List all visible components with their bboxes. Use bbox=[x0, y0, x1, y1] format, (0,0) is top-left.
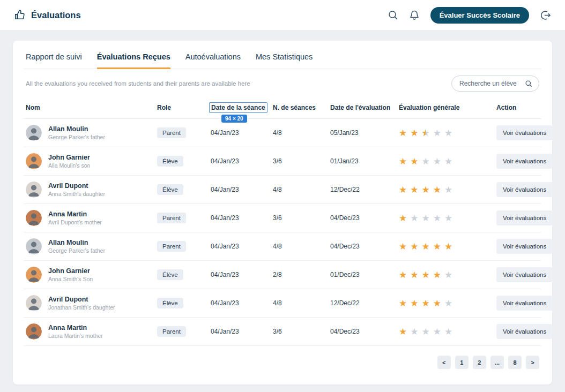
person-name: Avril Dupont bbox=[48, 296, 115, 303]
avatar bbox=[26, 125, 42, 141]
view-evaluations-button[interactable]: Voir évaluations bbox=[496, 154, 553, 169]
person-relation: Laura Martin's mother bbox=[48, 333, 103, 339]
session-date: 04/Jan/23 bbox=[211, 299, 273, 307]
star-icon: ★ bbox=[410, 214, 418, 223]
view-evaluations-button[interactable]: Voir évaluations bbox=[496, 239, 553, 254]
star-icon: ★ bbox=[399, 327, 407, 336]
evaluation-date: 04/Dec/23 bbox=[330, 328, 399, 335]
tab-evaluations-recues[interactable]: Évaluations Reçues bbox=[97, 52, 170, 69]
star-icon: ★ bbox=[410, 157, 418, 166]
person-relation: Avril Dupont's mother bbox=[48, 219, 102, 225]
role-badge: Parent bbox=[157, 326, 186, 337]
student-cell: Allan MoulinGeorge Parker's father bbox=[26, 238, 157, 254]
person-relation: Anna Smith's daughter bbox=[48, 191, 105, 197]
star-icon: ★ bbox=[433, 129, 441, 138]
student-cell: Avril DupontAnna Smith's daughter bbox=[26, 182, 157, 198]
star-icon: ★ bbox=[433, 214, 441, 223]
role-badge: Élève bbox=[157, 184, 183, 195]
person-relation: George Parker's father bbox=[48, 247, 105, 254]
star-icon: ★ bbox=[422, 327, 430, 336]
pagination-page-1[interactable]: 1 bbox=[455, 356, 469, 369]
student-cell: Anna MartinLaura Martin's mother bbox=[26, 323, 157, 340]
person-relation: Jonathan Smith's daughter bbox=[48, 304, 115, 311]
view-evaluations-button[interactable]: Voir évaluations bbox=[496, 267, 553, 282]
person-name: Anna Martin bbox=[48, 324, 103, 331]
evaluation-date: 12/Dec/22 bbox=[330, 299, 399, 307]
star-icon: ★ bbox=[444, 270, 452, 280]
role-badge: Élève bbox=[157, 269, 183, 280]
view-evaluations-button[interactable]: Voir évaluations bbox=[496, 182, 553, 197]
logout-icon[interactable] bbox=[540, 10, 551, 21]
bell-icon[interactable] bbox=[409, 10, 420, 20]
student-search-input[interactable] bbox=[458, 79, 521, 88]
pagination-next[interactable]: > bbox=[526, 356, 539, 369]
column-header-nom: Nom bbox=[26, 104, 157, 111]
star-icon: ★ bbox=[410, 185, 418, 194]
avatar bbox=[26, 238, 42, 254]
page-title: Évaluations bbox=[31, 10, 81, 20]
column-header-date-evaluation: Date de l'évaluation bbox=[330, 104, 399, 111]
evaluation-date: 01/Dec/23 bbox=[330, 271, 399, 278]
star-icon: ★ bbox=[422, 270, 430, 280]
column-header-n-seances: N. de séances bbox=[273, 104, 330, 111]
pagination-prev[interactable]: < bbox=[437, 356, 451, 369]
table-row: Avril DupontAnna Smith's daughterÉlève04… bbox=[24, 176, 541, 204]
person-name: Allan Moulin bbox=[48, 125, 105, 133]
evaluation-date: 04/Dec/23 bbox=[330, 243, 399, 250]
topbar: Évaluations Évaluer Succès Scolaire bbox=[0, 0, 565, 30]
table-header: Nom Role Date de la séance 94 × 20 N. de… bbox=[24, 99, 541, 119]
star-icon: ★ bbox=[444, 129, 452, 138]
view-evaluations-button[interactable]: Voir évaluations bbox=[496, 324, 553, 339]
column-header-action: Action bbox=[496, 104, 539, 111]
star-icon: ★ bbox=[422, 185, 430, 194]
info-row: All the evaluations you received from st… bbox=[24, 69, 541, 99]
star-icon: ★ bbox=[399, 157, 407, 166]
table-body: Allan MoulinGeorge Parker's fatherParent… bbox=[24, 119, 541, 346]
evaluate-success-button[interactable]: Évaluer Succès Scolaire bbox=[430, 7, 529, 24]
search-icon bbox=[525, 80, 532, 87]
view-evaluations-button[interactable]: Voir évaluations bbox=[496, 125, 553, 140]
student-search-box[interactable] bbox=[451, 76, 539, 92]
tab-rapport-de-suivi[interactable]: Rapport de suivi bbox=[26, 52, 82, 69]
avatar bbox=[26, 210, 42, 226]
table-row: Allan MoulinGeorge Parker's fatherParent… bbox=[24, 119, 541, 147]
sessions-count: 4/8 bbox=[273, 243, 330, 250]
person-name: John Garnier bbox=[48, 154, 90, 161]
person-name: John Garnier bbox=[48, 267, 93, 275]
star-icon: ★ bbox=[433, 242, 441, 251]
star-icon: ★ bbox=[399, 299, 407, 308]
description-text: All the evaluations you received from st… bbox=[26, 80, 250, 87]
student-cell: John GarnierAnna Smith's Son bbox=[26, 267, 157, 283]
evaluation-date: 12/Dec/22 bbox=[330, 186, 399, 193]
rating-stars: ★★★★★ bbox=[399, 214, 496, 223]
pagination-page-8[interactable]: 8 bbox=[508, 356, 522, 369]
evaluation-date: 04/Dec/23 bbox=[330, 214, 399, 222]
student-cell: Avril DupontJonathan Smith's daughter bbox=[26, 295, 157, 311]
avatar bbox=[26, 323, 42, 340]
tab-autoevaluations[interactable]: Autoévaluations bbox=[185, 52, 241, 69]
star-icon: ★ bbox=[410, 242, 418, 251]
search-icon[interactable] bbox=[388, 10, 398, 20]
size-badge: 94 × 20 bbox=[221, 115, 247, 123]
person-name: Anna Martin bbox=[48, 210, 102, 218]
view-evaluations-button[interactable]: Voir évaluations bbox=[496, 210, 553, 225]
table-row: John GarnierAlla Moulin's sonÉlève04/Jan… bbox=[24, 147, 541, 176]
rating-stars: ★★★★★★ bbox=[399, 129, 496, 138]
table-row: Avril DupontJonathan Smith's daughterÉlè… bbox=[24, 289, 541, 318]
rating-stars: ★★★★★ bbox=[399, 327, 496, 336]
tab-mes-statistiques[interactable]: Mes Statistiques bbox=[256, 52, 313, 69]
student-cell: Allan MoulinGeorge Parker's father bbox=[26, 125, 157, 141]
table-row: Anna MartinAvril Dupont's motherParent04… bbox=[24, 204, 541, 232]
view-evaluations-button[interactable]: Voir évaluations bbox=[496, 296, 553, 311]
person-relation: George Parker's father bbox=[48, 134, 105, 140]
sessions-count: 2/8 bbox=[273, 271, 330, 278]
pagination-page-2[interactable]: 2 bbox=[473, 356, 486, 369]
role-badge: Parent bbox=[157, 241, 186, 252]
rating-stars: ★★★★★ bbox=[399, 157, 496, 166]
star-icon: ★ bbox=[444, 214, 452, 223]
person-name: Allan Moulin bbox=[48, 239, 105, 246]
sessions-count: 4/8 bbox=[273, 299, 330, 307]
session-date: 04/Jan/23 bbox=[211, 157, 273, 165]
rating-stars: ★★★★★ bbox=[399, 299, 496, 308]
avatar bbox=[26, 295, 42, 311]
